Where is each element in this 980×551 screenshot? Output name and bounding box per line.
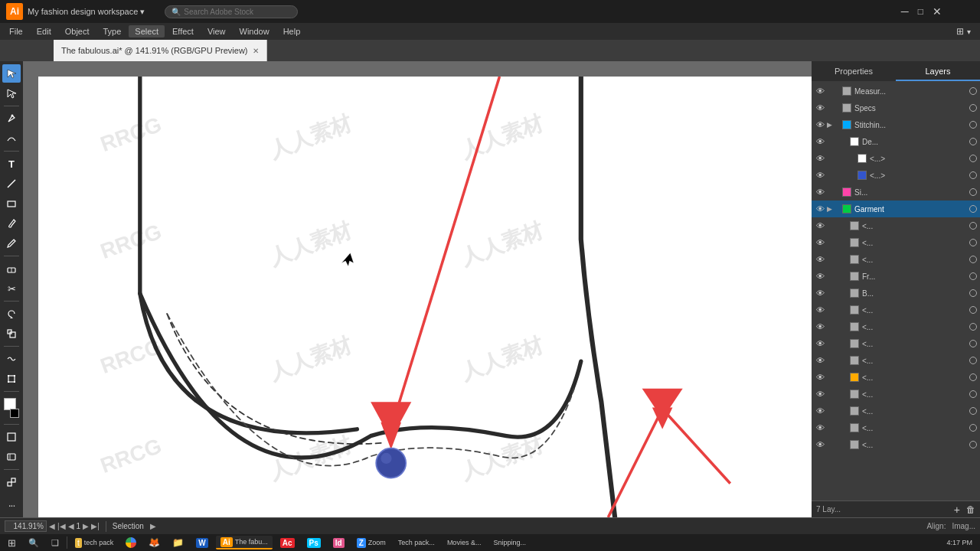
layer-target[interactable] bbox=[969, 104, 977, 112]
eraser-tool[interactable] bbox=[2, 259, 21, 278]
tab-layers[interactable]: Layers bbox=[896, 61, 980, 81]
layer-target[interactable] bbox=[969, 222, 977, 230]
layer-visibility-toggle[interactable]: 👁 bbox=[815, 254, 825, 265]
tab-properties[interactable]: Properties bbox=[812, 61, 896, 81]
layer-row[interactable]: 👁 <... bbox=[812, 403, 980, 419]
layer-row[interactable]: 👁 <...> bbox=[812, 167, 980, 184]
layer-visibility-toggle[interactable]: 👁 bbox=[815, 271, 825, 282]
layer-row[interactable]: 👁 Measur... bbox=[812, 83, 980, 99]
layer-target[interactable] bbox=[969, 306, 977, 314]
layer-row[interactable]: 👁 <... bbox=[812, 318, 980, 335]
layer-target[interactable] bbox=[969, 424, 977, 432]
taskbar-word[interactable]: W bbox=[191, 536, 212, 549]
menu-select[interactable]: Select bbox=[129, 25, 165, 37]
type-tool[interactable]: T bbox=[2, 155, 21, 173]
document-tab[interactable]: The fabulous.ai* @ 141.91% (RGB/GPU Prev… bbox=[54, 40, 267, 61]
menu-help[interactable]: Help bbox=[277, 25, 307, 37]
layer-target[interactable] bbox=[969, 323, 977, 331]
layer-visibility-toggle[interactable]: 👁 bbox=[815, 220, 825, 231]
layer-row[interactable]: 👁 ▶ Stitchin... bbox=[812, 116, 980, 133]
layer-visibility-toggle[interactable]: 👁 bbox=[815, 204, 825, 214]
layer-row[interactable]: 👁 ▶ Garment bbox=[812, 201, 980, 217]
taskbar-firefox[interactable]: 🦊 bbox=[144, 536, 165, 549]
adobe-stock-search[interactable] bbox=[184, 8, 291, 16]
layer-visibility-toggle[interactable]: 👁 bbox=[815, 170, 825, 181]
layer-target[interactable] bbox=[969, 138, 977, 145]
layer-visibility-toggle[interactable]: 👁 bbox=[815, 355, 825, 366]
menu-object[interactable]: Object bbox=[59, 25, 96, 37]
layer-target[interactable] bbox=[969, 272, 977, 280]
layer-visibility-toggle[interactable]: 👁 bbox=[815, 187, 825, 197]
layer-row[interactable]: 👁 <... bbox=[812, 352, 980, 369]
layer-row[interactable]: 👁 <... bbox=[812, 386, 980, 403]
artboard-first-btn[interactable]: |◀ bbox=[57, 522, 66, 530]
pencil-tool[interactable] bbox=[2, 234, 21, 253]
layer-visibility-toggle[interactable]: 👁 bbox=[815, 136, 825, 147]
layer-row[interactable]: 👁 <... bbox=[812, 335, 980, 352]
layer-target[interactable] bbox=[969, 357, 977, 364]
line-segment-tool[interactable] bbox=[2, 174, 21, 193]
windows-start-btn[interactable]: ⊞ bbox=[3, 536, 21, 549]
add-layer-btn[interactable]: + bbox=[954, 504, 960, 516]
layer-row[interactable]: 👁 <... bbox=[812, 369, 980, 386]
layer-target[interactable] bbox=[969, 407, 977, 415]
taskbar-files[interactable]: 📁 bbox=[168, 536, 188, 549]
layer-target[interactable] bbox=[969, 239, 977, 246]
layer-target[interactable] bbox=[969, 171, 977, 179]
menu-view[interactable]: View bbox=[201, 25, 232, 37]
color-swatches[interactable] bbox=[2, 398, 21, 418]
more-tools[interactable]: ··· bbox=[2, 496, 21, 514]
layer-row[interactable]: 👁 <... bbox=[812, 234, 980, 251]
layer-target[interactable] bbox=[969, 188, 977, 196]
rotate-tool[interactable] bbox=[2, 305, 21, 323]
menu-edit[interactable]: Edit bbox=[31, 25, 57, 37]
layer-row[interactable]: 👁 <...> bbox=[812, 150, 980, 167]
task-view-btn[interactable]: ❑ bbox=[47, 536, 64, 549]
zoom-decrease-btn[interactable]: ◀ bbox=[49, 522, 55, 530]
artboard-last-btn[interactable]: ▶| bbox=[91, 522, 100, 530]
artboard-next-btn[interactable]: ▶ bbox=[83, 522, 89, 530]
layer-expand[interactable]: ▶ bbox=[827, 121, 838, 129]
warp-tool[interactable] bbox=[2, 350, 21, 368]
layer-visibility-toggle[interactable]: 👁 bbox=[815, 288, 825, 298]
layer-visibility-toggle[interactable]: 👁 bbox=[815, 321, 825, 332]
zoom-input[interactable] bbox=[5, 520, 47, 532]
direct-selection-tool[interactable] bbox=[2, 84, 21, 103]
taskbar-indesign[interactable]: Id bbox=[328, 536, 349, 549]
layer-visibility-toggle[interactable]: 👁 bbox=[815, 422, 825, 433]
paintbrush-tool[interactable] bbox=[2, 214, 21, 233]
layer-visibility-toggle[interactable]: 👁 bbox=[815, 439, 825, 450]
layer-visibility-toggle[interactable]: 👁 bbox=[815, 237, 825, 248]
layer-expand[interactable]: ▶ bbox=[827, 205, 838, 213]
menu-file[interactable]: File bbox=[3, 25, 29, 37]
layer-visibility-toggle[interactable]: 👁 bbox=[815, 389, 825, 399]
artboard-prev-btn[interactable]: ◀ bbox=[68, 522, 74, 530]
taskbar-search[interactable]: 🔍 bbox=[24, 536, 44, 549]
layer-row[interactable]: 👁 Specs bbox=[812, 99, 980, 116]
arrange-tool[interactable] bbox=[2, 473, 21, 491]
layer-row[interactable]: 👁 <... bbox=[812, 419, 980, 436]
layer-visibility-toggle[interactable]: 👁 bbox=[815, 153, 825, 164]
layer-target[interactable] bbox=[969, 87, 977, 95]
pen-tool[interactable] bbox=[2, 109, 21, 128]
view-mode-arrow[interactable]: ▾ bbox=[967, 28, 971, 36]
screen-mode[interactable] bbox=[2, 448, 21, 466]
canvas-area[interactable]: RRCG 人人素材 人人素材 RRCG 人人素材 人人素材 RRCG 人人素材 … bbox=[23, 61, 812, 517]
layer-target[interactable] bbox=[969, 441, 977, 448]
layer-row[interactable]: 👁 B... bbox=[812, 285, 980, 302]
taskbar-acrobat[interactable]: Ac bbox=[276, 536, 299, 549]
layer-visibility-toggle[interactable]: 👁 bbox=[815, 372, 825, 383]
layer-target[interactable] bbox=[969, 373, 977, 381]
taskbar-movies[interactable]: Movies &... bbox=[443, 536, 486, 549]
layer-target[interactable] bbox=[969, 205, 977, 213]
layer-target[interactable] bbox=[969, 390, 977, 398]
layer-row[interactable]: 👁 De... bbox=[812, 133, 980, 150]
taskbar-photoshop[interactable]: Ps bbox=[302, 536, 325, 549]
layer-row[interactable]: 👁 <... bbox=[812, 302, 980, 318]
selection-tool[interactable] bbox=[2, 64, 21, 83]
menu-effect[interactable]: Effect bbox=[166, 25, 200, 37]
layer-target[interactable] bbox=[969, 256, 977, 263]
layer-target[interactable] bbox=[969, 121, 977, 129]
taskbar-techpack[interactable]: t tech pack bbox=[70, 536, 118, 549]
free-transform-tool[interactable] bbox=[2, 370, 21, 388]
